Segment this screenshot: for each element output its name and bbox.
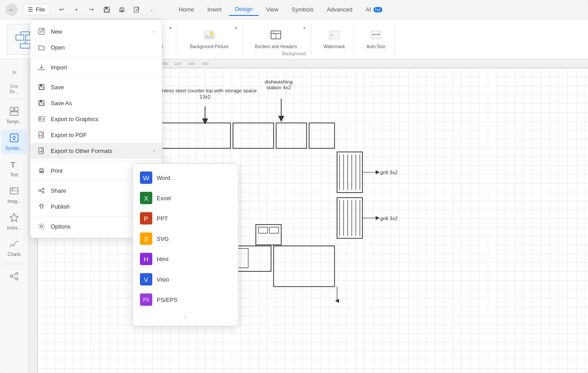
svg-point-107 (42, 191, 44, 193)
share-menu-icon (38, 186, 45, 194)
autosize-btn[interactable]: Auto Size (363, 27, 389, 51)
exportgfx-icon (38, 115, 45, 123)
svg-text:PDF: PDF (39, 134, 44, 137)
svg-rect-94 (39, 87, 44, 89)
svg-rect-102 (39, 148, 43, 154)
sidebar-divider-2 (5, 264, 23, 264)
sidebar-item-charts[interactable]: Charts (1, 236, 27, 260)
saveas-icon (38, 99, 45, 107)
text-sidebar-icon: T (9, 160, 19, 171)
menu-item-exportpdf[interactable]: PDF Export to PDF (30, 127, 162, 143)
submenu-word[interactable]: W Word (133, 167, 238, 188)
svg-rect-60 (337, 152, 363, 193)
submenu-visio[interactable]: V Visio (133, 269, 238, 289)
publish-icon (38, 202, 45, 210)
svg-format-icon: S (140, 232, 152, 245)
undo-dropdown[interactable]: ▾ (70, 4, 83, 16)
svg-rect-104 (40, 171, 43, 172)
svg-rect-97 (39, 103, 44, 105)
symbols-label: Symbo... (5, 146, 23, 151)
submenu-html[interactable]: H Html (133, 249, 238, 269)
svg-point-39 (11, 275, 13, 278)
tab-insert[interactable]: Insert (201, 4, 228, 15)
submenu-excel[interactable]: X Excel (133, 188, 238, 208)
text-label: Text (10, 172, 18, 177)
svg-rect-59 (309, 123, 335, 148)
bg-picture-dropdown[interactable]: ▾ (235, 26, 237, 30)
word-icon: W (140, 171, 152, 184)
svg-point-40 (16, 278, 18, 280)
main-area: » OneBe... Templ... Symbo... T Text (0, 59, 588, 373)
visio-icon: V (140, 273, 152, 285)
sidebar-item-share[interactable] (1, 268, 27, 287)
tab-advanced[interactable]: Advanced (320, 4, 358, 15)
menu-item-exportgfx[interactable]: Export to Graphics (30, 111, 162, 127)
menu-item-import[interactable]: Import (30, 59, 162, 75)
export-button[interactable] (130, 4, 143, 16)
save-button[interactable] (100, 4, 113, 16)
watermark-group: A Watermark (315, 24, 354, 55)
print-button[interactable] (115, 4, 128, 16)
submenu-scroll-down[interactable]: ↓ (133, 310, 238, 322)
svg-point-99 (40, 118, 41, 119)
menu-item-saveas[interactable]: Save As (30, 95, 162, 111)
menu-item-exportother[interactable]: Export to Other Formats › (30, 143, 162, 159)
undo-button[interactable]: ↩ (55, 4, 68, 16)
save-menu-icon (38, 83, 45, 91)
sidebar-item-image[interactable]: Imag... (1, 183, 27, 207)
left-sidebar: » OneBe... Templ... Symbo... T Text (0, 59, 29, 373)
nav-tabs: Home Insert Design View Symbols Advanced… (173, 3, 388, 16)
sidebar-item-symbols[interactable]: Symbo... (1, 129, 27, 154)
background-picture-btn[interactable]: Background Picture (186, 27, 232, 51)
tab-design[interactable]: Design (229, 3, 259, 16)
svg-text:T: T (11, 161, 15, 169)
borders-dropdown[interactable]: ▾ (303, 26, 305, 30)
svg-rect-29 (10, 107, 14, 111)
exportother-arrow: › (153, 148, 155, 153)
svg-rect-85 (274, 246, 335, 287)
menu-icon: ☰ (28, 6, 33, 13)
svg-rect-6 (16, 35, 24, 40)
sidebar-item-icons[interactable]: Icons... (1, 209, 27, 234)
watermark-btn[interactable]: A Watermark (320, 27, 349, 51)
image-icon (9, 186, 19, 198)
toolbar-actions: ↩ ▾ ↪ (55, 4, 158, 16)
tab-symbols[interactable]: Symbols (286, 4, 320, 15)
tab-view[interactable]: View (260, 4, 285, 15)
svg-point-33 (13, 138, 15, 140)
submenu-pseps[interactable]: PS PS/EPS (133, 289, 238, 310)
svg-rect-58 (276, 123, 307, 148)
bg-picture-group: Background Picture ▾ (181, 24, 242, 55)
svg-marker-37 (10, 213, 18, 221)
borders-headers-btn[interactable]: A Borders and Headers (252, 27, 301, 51)
submenu-ppt[interactable]: P PPT (133, 208, 238, 228)
sidebar-item-template[interactable]: Templ... (1, 103, 27, 128)
import-icon (38, 63, 45, 71)
bg-color-dropdown[interactable]: ▾ (170, 26, 172, 30)
file-label: File (36, 6, 45, 13)
more-button[interactable]: ⌄ (145, 4, 158, 16)
svg-rect-2 (105, 10, 109, 12)
expand-icon: » (11, 66, 18, 78)
svg-rect-81 (258, 227, 268, 233)
svg-point-36 (11, 189, 13, 190)
sidebar-item-text[interactable]: T Text (1, 156, 27, 181)
tab-home[interactable]: Home (173, 4, 200, 15)
file-menu-button[interactable]: ☰ File (23, 4, 50, 15)
svg-rect-93 (40, 84, 42, 86)
svg-rect-96 (40, 100, 42, 102)
submenu-svg[interactable]: S SVG (133, 228, 238, 249)
svg-text:dishwashing: dishwashing (265, 79, 293, 84)
svg-text:A: A (273, 31, 275, 34)
svg-line-41 (12, 274, 16, 276)
back-button[interactable]: ← (5, 4, 18, 16)
svg-text:Stainless steel counter top wi: Stainless steel counter top with storage… (154, 88, 257, 93)
charts-icon (9, 239, 19, 251)
redo-button[interactable]: ↪ (85, 4, 98, 16)
svg-point-110 (41, 225, 43, 228)
tab-ai[interactable]: AI hot (359, 4, 388, 15)
sidebar-expand[interactable]: » (1, 63, 27, 81)
excel-icon: X (140, 192, 152, 204)
icons-label: Icons... (7, 225, 21, 230)
menu-item-save[interactable]: Save (30, 79, 162, 95)
